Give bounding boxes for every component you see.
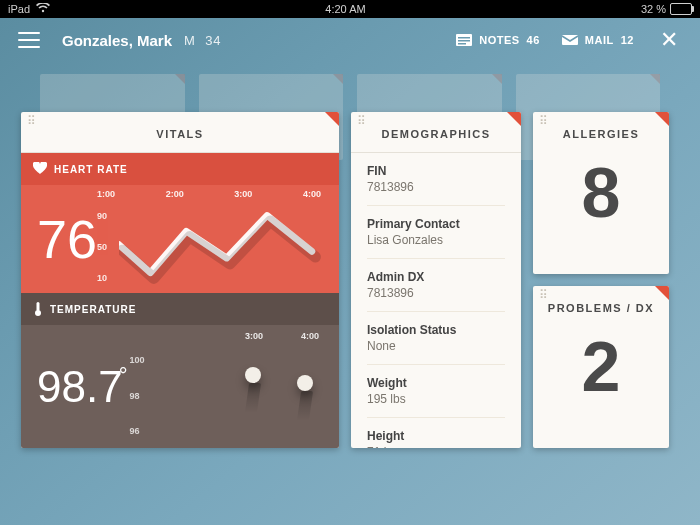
allergies-card[interactable]: ⠿ ALLERGIES 8 xyxy=(533,112,669,274)
drag-handle-icon[interactable]: ⠿ xyxy=(539,292,549,298)
problems-count: 2 xyxy=(582,332,621,402)
mail-count: 12 xyxy=(621,34,634,46)
wifi-icon xyxy=(36,3,50,15)
allergies-count: 8 xyxy=(582,158,621,228)
device-label: iPad xyxy=(8,3,30,15)
notes-label: NOTES xyxy=(479,34,519,46)
battery-icon xyxy=(670,3,692,15)
svg-point-6 xyxy=(35,310,41,316)
heart-icon xyxy=(33,162,47,176)
temp-time-tick: 3:00 xyxy=(245,331,263,341)
app-header: Gonzales, Mark M 34 NOTES 46 MAIL 12 ✕ xyxy=(0,18,700,62)
demographics-title: DEMOGRAPHICS xyxy=(351,112,521,153)
hr-time-tick: 4:00 xyxy=(303,189,321,199)
drag-handle-icon[interactable]: ⠿ xyxy=(539,118,549,124)
hr-time-tick: 2:00 xyxy=(166,189,184,199)
notes-button[interactable]: NOTES 46 xyxy=(456,33,540,47)
card-corner-icon xyxy=(325,112,339,126)
temp-y-tick: 98 xyxy=(129,391,151,401)
temp-y-tick: 96 xyxy=(129,426,151,436)
hr-y-tick: 90 xyxy=(97,211,115,221)
notes-count: 46 xyxy=(527,34,540,46)
temp-data-point xyxy=(297,375,313,391)
demographics-card[interactable]: ⠿ DEMOGRAPHICS FIN7813896 Primary Contac… xyxy=(351,112,521,448)
hr-y-tick: 50 xyxy=(97,242,115,252)
temperature-chart: 3:00 4:00 100 98 96 xyxy=(127,325,327,448)
heart-rate-sparkline xyxy=(119,211,321,290)
temp-data-point xyxy=(245,367,261,383)
list-item: FIN7813896 xyxy=(367,153,505,206)
patient-name: Gonzales, Mark xyxy=(62,32,172,49)
close-button[interactable]: ✕ xyxy=(656,27,682,53)
hr-time-tick: 3:00 xyxy=(234,189,252,199)
battery-percent: 32 % xyxy=(641,3,666,15)
ios-status-bar: iPad 4:20 AM 32 % xyxy=(0,0,700,18)
hr-y-tick: 10 xyxy=(97,273,115,283)
svg-rect-5 xyxy=(37,302,40,311)
temp-y-tick: 100 xyxy=(129,355,151,365)
heart-rate-label: HEART RATE xyxy=(54,164,128,175)
list-item: Admin DX7813896 xyxy=(367,259,505,312)
svg-rect-2 xyxy=(458,40,470,42)
temperature-panel: TEMPERATURE 98.7° 3:00 4:00 100 98 96 xyxy=(21,293,339,448)
mail-label: MAIL xyxy=(585,34,614,46)
vitals-title: VITALS xyxy=(21,112,339,153)
temperature-value: 98.7° xyxy=(37,365,127,409)
thermometer-icon xyxy=(33,302,43,316)
drag-handle-icon[interactable]: ⠿ xyxy=(27,118,37,124)
mail-icon xyxy=(562,33,578,47)
problems-title: PROBLEMS / DX xyxy=(548,286,654,326)
card-corner-icon xyxy=(655,286,669,300)
temperature-label: TEMPERATURE xyxy=(50,304,136,315)
allergies-title: ALLERGIES xyxy=(563,112,639,152)
card-corner-icon xyxy=(507,112,521,126)
list-item: Weight195 lbs xyxy=(367,365,505,418)
dashboard: ⠿ VITALS HEART RATE 76 1:00 2:00 xyxy=(21,112,679,448)
patient-age: 34 xyxy=(205,33,221,48)
mail-button[interactable]: MAIL 12 xyxy=(562,33,634,47)
svg-rect-1 xyxy=(458,37,470,39)
svg-rect-4 xyxy=(562,35,578,45)
problems-card[interactable]: ⠿ PROBLEMS / DX 2 xyxy=(533,286,669,448)
temp-time-tick: 4:00 xyxy=(301,331,319,341)
status-time: 4:20 AM xyxy=(325,3,365,15)
list-item: Primary ContactLisa Gonzales xyxy=(367,206,505,259)
vitals-card[interactable]: ⠿ VITALS HEART RATE 76 1:00 2:00 xyxy=(21,112,339,448)
demographics-list: FIN7813896 Primary ContactLisa Gonzales … xyxy=(351,153,521,448)
card-corner-icon xyxy=(655,112,669,126)
list-item: Height71 in xyxy=(367,418,505,448)
menu-icon[interactable] xyxy=(18,32,40,48)
heart-rate-value: 76 xyxy=(37,212,97,266)
drag-handle-icon[interactable]: ⠿ xyxy=(357,118,367,124)
list-item: Isolation StatusNone xyxy=(367,312,505,365)
notes-icon xyxy=(456,33,472,47)
heart-rate-panel: HEART RATE 76 1:00 2:00 3:00 4:00 90 5 xyxy=(21,153,339,293)
svg-rect-3 xyxy=(458,43,466,45)
heart-rate-chart: 1:00 2:00 3:00 4:00 90 50 10 xyxy=(97,185,327,293)
hr-time-tick: 1:00 xyxy=(97,189,115,199)
patient-sex: M xyxy=(184,33,196,48)
